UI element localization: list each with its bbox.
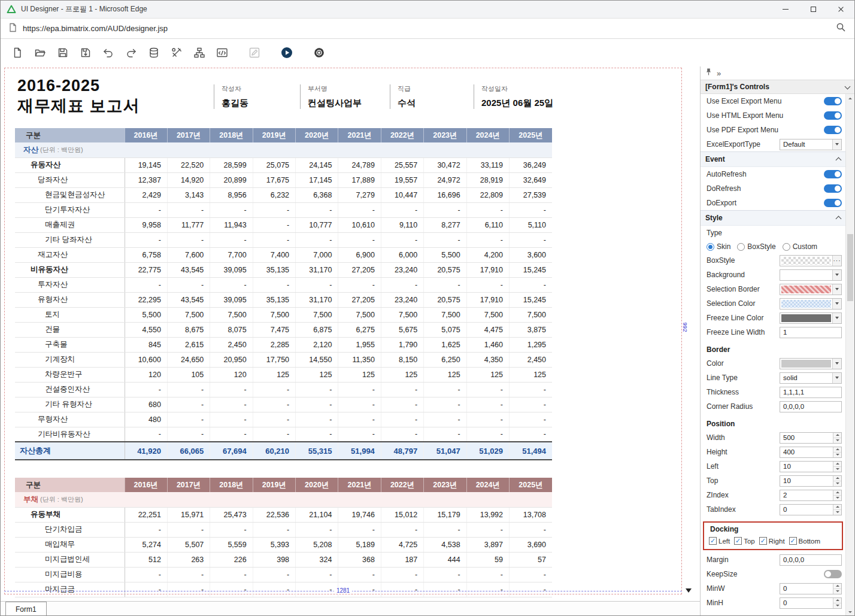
use-html-export-menu-toggle[interactable] bbox=[824, 111, 842, 120]
data-layers-button[interactable] bbox=[147, 45, 161, 60]
section-header-style[interactable]: Style bbox=[701, 210, 845, 226]
scroll-indicator-icon[interactable] bbox=[686, 588, 692, 593]
color-color-picker[interactable] bbox=[780, 358, 842, 369]
boxstyle-radio[interactable]: BoxStyle bbox=[737, 242, 775, 251]
left-spinner[interactable]: 10 bbox=[780, 461, 842, 472]
section-header-event[interactable]: Event bbox=[701, 151, 845, 167]
excelexporttype-select[interactable]: Default bbox=[780, 139, 842, 150]
custom-radio[interactable]: Custom bbox=[783, 242, 817, 251]
panel-scrollbar[interactable] bbox=[845, 94, 854, 616]
height-spinner[interactable]: 400 bbox=[780, 447, 842, 458]
zindex-spinner[interactable]: 2 bbox=[780, 490, 842, 501]
minh-spinner[interactable]: 0 bbox=[780, 597, 842, 609]
minw-spin-up-button[interactable] bbox=[833, 584, 841, 589]
tab-form1[interactable]: Form1 bbox=[5, 602, 47, 616]
top-checkbox[interactable]: ✓Top bbox=[734, 537, 755, 545]
undo-button[interactable] bbox=[101, 45, 116, 60]
right-checkbox[interactable]: ✓Right bbox=[759, 537, 785, 545]
keepsize-toggle[interactable] bbox=[824, 570, 842, 578]
tabindex-spin-down-button[interactable] bbox=[833, 510, 841, 515]
row-label: 단기차입금 bbox=[15, 522, 125, 537]
pin-icon[interactable] bbox=[705, 68, 712, 78]
minh-spin-down-button[interactable] bbox=[833, 603, 841, 608]
zindex-spin-down-button[interactable] bbox=[833, 496, 841, 500]
property-row: Color bbox=[701, 356, 845, 371]
dorefresh-toggle[interactable] bbox=[824, 184, 842, 193]
scroll-up-button[interactable] bbox=[846, 94, 854, 103]
height-spin-up-button[interactable] bbox=[833, 447, 841, 453]
maximize-button[interactable] bbox=[799, 1, 827, 18]
tabindex-spinner[interactable]: 0 bbox=[780, 504, 842, 515]
freeze-line-color-dropdown-button[interactable] bbox=[832, 313, 841, 323]
selection-border-label: Selection Border bbox=[707, 285, 780, 293]
margin-input[interactable]: 0,0,0,0 bbox=[780, 554, 842, 566]
cell-value: - bbox=[424, 567, 466, 582]
bottom-checkbox[interactable]: ✓Bottom bbox=[789, 537, 820, 545]
left-checkbox[interactable]: ✓Left bbox=[709, 537, 730, 545]
url-text[interactable]: https://epa.bimatrix.com/AUD/designer.js… bbox=[23, 24, 830, 33]
settings-button[interactable] bbox=[312, 45, 326, 60]
use-excel-export-menu-toggle[interactable] bbox=[824, 97, 842, 105]
code-editor-button[interactable] bbox=[215, 45, 229, 60]
freeze-line-width-input[interactable]: 1 bbox=[780, 327, 842, 338]
row-label: 무형자산 bbox=[15, 412, 125, 427]
minh-spin-up-button[interactable] bbox=[833, 598, 841, 603]
left-spin-down-button[interactable] bbox=[833, 467, 841, 472]
boxstyle-style-picker[interactable]: ··· bbox=[780, 255, 842, 266]
new-file-button[interactable] bbox=[10, 45, 25, 60]
color-dropdown-button[interactable] bbox=[832, 359, 841, 369]
autorefresh-toggle[interactable] bbox=[824, 170, 842, 178]
width-spin-down-button[interactable] bbox=[833, 438, 841, 443]
selection-color-color-picker[interactable] bbox=[780, 298, 842, 309]
tabindex-spin-up-button[interactable] bbox=[833, 505, 841, 510]
corner-radius-input[interactable]: 0,0,0,0 bbox=[780, 401, 842, 412]
thickness-input[interactable]: 1,1,1,1 bbox=[780, 387, 842, 398]
save-button[interactable] bbox=[56, 45, 70, 60]
height-spin-down-button[interactable] bbox=[833, 453, 841, 457]
width-spinner[interactable]: 500 bbox=[780, 432, 842, 444]
top-spin-down-button[interactable] bbox=[833, 481, 841, 486]
doexport-toggle[interactable] bbox=[824, 199, 842, 207]
selection-border-color-picker[interactable] bbox=[780, 284, 842, 295]
line-type-dropdown-button[interactable] bbox=[832, 373, 841, 383]
controls-header[interactable]: [Form1]'s Controls bbox=[701, 80, 854, 94]
boxstyle-more-button[interactable]: ··· bbox=[832, 256, 841, 266]
tools-button[interactable] bbox=[169, 45, 184, 60]
skin-radio[interactable]: Skin bbox=[707, 242, 730, 251]
design-canvas[interactable]: 2016-2025 재무제표 보고서 작성자 홍길동 부서명 컨설팅사업부 직급… bbox=[1, 66, 700, 601]
zindex-spin-up-button[interactable] bbox=[833, 490, 841, 496]
selection-border-dropdown-button[interactable] bbox=[832, 284, 841, 295]
redo-button[interactable] bbox=[124, 45, 138, 60]
cell-value: - bbox=[338, 277, 381, 292]
minw-spinner[interactable]: 0 bbox=[780, 583, 842, 594]
background-color-picker[interactable] bbox=[780, 269, 842, 281]
collapse-panel-icon[interactable]: » bbox=[717, 69, 721, 78]
asset-table[interactable]: 구분2016년2017년2018년2019년2020년2021년2022년202… bbox=[15, 128, 552, 460]
top-spinner[interactable]: 10 bbox=[780, 475, 842, 487]
background-dropdown-button[interactable] bbox=[832, 270, 841, 280]
close-button[interactable] bbox=[827, 1, 854, 18]
minw-spin-down-button[interactable] bbox=[833, 589, 841, 594]
left-spin-up-button[interactable] bbox=[833, 462, 841, 467]
top-spin-up-button[interactable] bbox=[833, 476, 841, 481]
excelexporttype-dropdown-button[interactable] bbox=[832, 139, 841, 150]
line-type-select[interactable]: solid bbox=[780, 372, 842, 384]
run-button[interactable] bbox=[280, 45, 294, 60]
minimize-button[interactable] bbox=[772, 1, 799, 18]
edit-button[interactable] bbox=[247, 45, 262, 60]
total-value: 48,797 bbox=[381, 442, 423, 460]
use-pdf-export-menu-toggle[interactable] bbox=[824, 126, 842, 134]
scroll-thumb[interactable] bbox=[847, 234, 853, 301]
sitemap-button[interactable] bbox=[192, 45, 207, 60]
open-folder-button[interactable] bbox=[33, 45, 47, 60]
width-spin-up-button[interactable] bbox=[833, 433, 841, 438]
row-label: 마지급금 bbox=[15, 582, 125, 597]
cell-value: 512 bbox=[125, 552, 167, 567]
search-icon[interactable] bbox=[836, 22, 846, 35]
scroll-down-button[interactable] bbox=[846, 608, 854, 616]
save-as-button[interactable] bbox=[78, 45, 93, 60]
selection-color-dropdown-button[interactable] bbox=[832, 299, 841, 309]
liability-table[interactable]: 구분2016년2017년2018년2019년2020년2021년2022년202… bbox=[15, 478, 552, 597]
cell-value: 1,625 bbox=[424, 337, 466, 352]
freeze-line-color-color-picker[interactable] bbox=[780, 312, 842, 324]
